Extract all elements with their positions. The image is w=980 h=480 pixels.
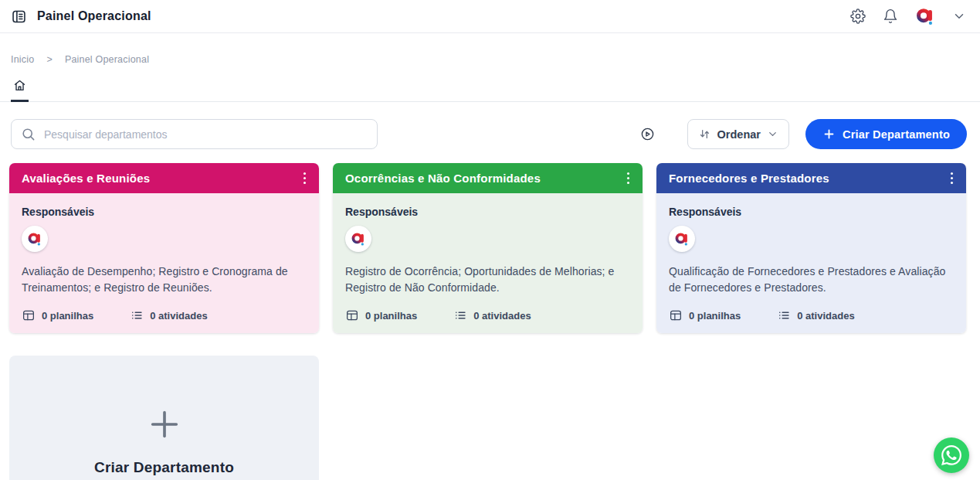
sheets-stat-label: 0 planilhas [365,310,417,322]
breadcrumb-home[interactable]: Inicio [11,54,34,65]
sheets-stat-label: 0 planilhas [42,310,93,322]
responsible-avatar[interactable] [345,226,371,252]
sheets-stat: 0 planilhas [669,308,741,322]
card-description: Qualificação de Fornecedores e Prestador… [669,264,954,295]
notifications-button[interactable] [883,9,898,24]
top-bar: Painel Operacional [0,0,980,33]
activities-stat: 0 atividades [777,308,854,322]
chevron-down-icon [767,128,778,140]
tab-home[interactable] [11,77,29,102]
card-body: Responsáveis Registro de Ocorrência; Opo… [333,193,643,333]
table-icon [345,308,359,322]
bell-icon [883,9,898,24]
gear-icon [850,9,866,24]
card-menu-button[interactable] [622,169,634,187]
create-department-card[interactable]: Criar Departamento [9,356,319,480]
card-title: Ocorrências e Não Conformidades [345,172,541,185]
card-description: Registro de Ocorrência; Oportunidades de… [345,264,630,295]
whatsapp-button[interactable] [934,437,969,473]
department-cards-grid: Avaliações e Reuniões Responsáveis Avali… [9,163,980,333]
table-icon [669,308,683,322]
sheets-stat: 0 planilhas [22,308,93,322]
card-title: Fornecedores e Prestadores [669,172,829,185]
activities-stat-label: 0 atividades [797,310,854,322]
responsible-avatar[interactable] [22,226,48,252]
card-stats: 0 planilhas 0 atividades [669,308,954,322]
brand-logo-icon [27,231,42,247]
search-box [11,119,378,149]
sidebar-toggle-button[interactable] [11,9,27,25]
activities-stat: 0 atividades [130,308,207,322]
plus-icon [147,407,182,442]
sheets-stat-label: 0 planilhas [689,310,741,322]
card-menu-button[interactable] [299,169,310,187]
responsible-avatar[interactable] [669,226,695,252]
department-card[interactable]: Fornecedores e Prestadores Responsáveis … [656,163,966,333]
create-department-card-label: Criar Departamento [94,459,234,476]
account-avatar[interactable] [915,6,935,26]
plus-icon [822,128,836,141]
page-title: Painel Operacional [37,9,151,23]
card-stats: 0 planilhas 0 atividades [345,308,630,322]
brand-logo-icon [674,231,690,247]
tab-bar [0,77,980,102]
create-department-label: Criar Departamento [843,128,950,141]
card-header: Avaliações e Reuniões [9,163,319,193]
sort-button[interactable]: Ordenar [687,119,789,149]
play-circle-icon [640,127,655,141]
brand-logo-icon [351,231,366,247]
panel-icon [11,9,27,25]
card-menu-button[interactable] [946,169,958,187]
card-header: Ocorrências e Não Conformidades [333,163,643,193]
card-title: Avaliações e Reuniões [22,172,150,185]
table-icon [22,308,36,322]
checklist-icon [453,308,467,322]
department-card[interactable]: Avaliações e Reuniões Responsáveis Avali… [9,163,319,333]
card-body: Responsáveis Avaliação de Desempenho; Re… [9,193,319,333]
checklist-icon [130,308,144,322]
card-description: Avaliação de Desempenho; Registro e Cron… [22,264,307,295]
search-input[interactable] [11,119,378,149]
sort-button-label: Ordenar [717,128,761,141]
sort-arrows-icon [698,128,711,141]
toolbar: Ordenar Criar Departamento [0,119,980,149]
activities-stat: 0 atividades [453,308,531,322]
sheets-stat: 0 planilhas [345,308,417,322]
checklist-icon [777,308,791,322]
breadcrumb: Inicio > Painel Operacional [11,54,980,65]
search-icon [21,127,36,141]
breadcrumb-current: Painel Operacional [65,54,149,65]
activities-stat-label: 0 atividades [473,310,531,322]
account-menu-button[interactable] [952,9,966,23]
card-body: Responsáveis Qualificação de Fornecedore… [656,193,966,333]
settings-button[interactable] [850,9,866,24]
card-stats: 0 planilhas 0 atividades [22,308,307,322]
breadcrumb-separator: > [46,54,53,65]
responsibles-label: Responsáveis [669,206,954,218]
tour-play-button[interactable] [640,127,655,141]
chevron-down-icon [952,9,966,23]
department-card[interactable]: Ocorrências e Não Conformidades Responsá… [333,163,643,333]
whatsapp-icon [941,445,961,465]
activities-stat-label: 0 atividades [150,310,207,322]
home-icon [12,78,27,93]
responsibles-label: Responsáveis [345,206,630,218]
brand-logo-icon [915,6,935,26]
responsibles-label: Responsáveis [22,206,307,218]
create-department-button[interactable]: Criar Departamento [805,119,967,149]
card-header: Fornecedores e Prestadores [656,163,966,193]
